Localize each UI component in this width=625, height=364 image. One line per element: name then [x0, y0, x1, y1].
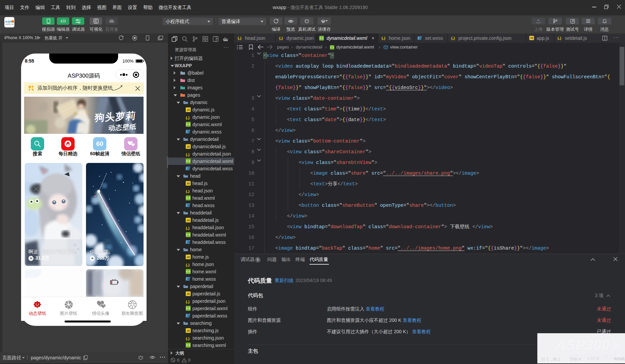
svg-text:1%: 1% — [114, 279, 116, 281]
svg-text:asp300.net: asp300.net — [6, 23, 14, 25]
